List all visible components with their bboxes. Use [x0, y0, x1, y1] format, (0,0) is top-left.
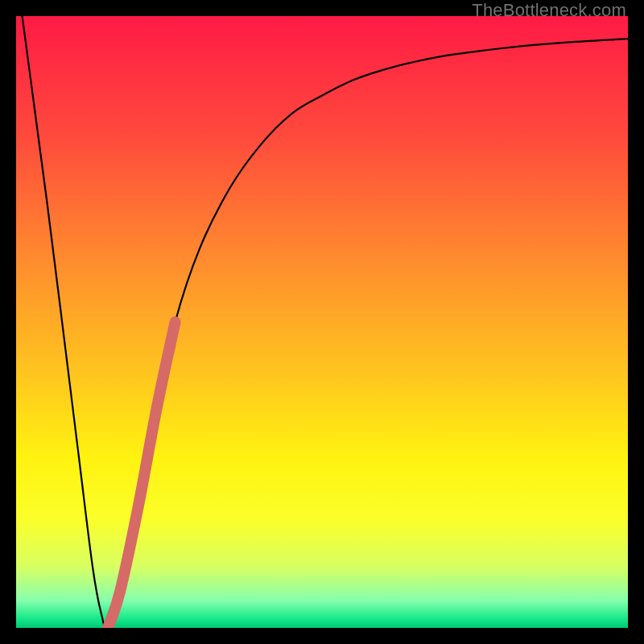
highlight-segment	[108, 322, 175, 628]
curve-layer	[16, 16, 628, 628]
bottleneck-curve	[23, 16, 628, 628]
chart-frame: TheBottleneck.com	[0, 0, 644, 644]
plot-area	[16, 16, 628, 628]
watermark-text: TheBottleneck.com	[472, 0, 626, 21]
